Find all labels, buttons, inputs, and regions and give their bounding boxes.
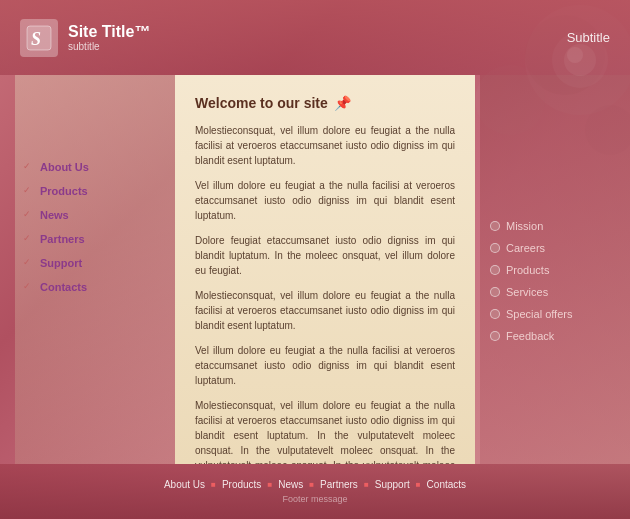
nav-list: About UsProductsNewsPartnersSupportConta…	[15, 75, 175, 299]
site-title: Site Title™	[68, 23, 150, 41]
sidebar-label-4: Special offers	[506, 308, 572, 320]
nav-link-products[interactable]: Products	[40, 185, 88, 197]
left-nav: About UsProductsNewsPartnersSupportConta…	[15, 75, 175, 464]
sidebar-bullet-4	[490, 309, 500, 319]
nav-item-partners[interactable]: Partners	[15, 227, 175, 251]
sidebar-item-5[interactable]: Feedback	[480, 325, 630, 347]
nav-link-support[interactable]: Support	[40, 257, 82, 269]
content-paragraph-0: Molestieconsquat, vel illum dolore eu fe…	[195, 123, 455, 168]
header: S Site Title™ subtitle Subtitle	[0, 0, 630, 75]
pin-icon: 📌	[334, 95, 351, 111]
sidebar-label-3: Services	[506, 286, 548, 298]
nav-link-partners[interactable]: Partners	[40, 233, 85, 245]
nav-item-about-us[interactable]: About Us	[15, 155, 175, 179]
footer-sep-1: ■	[211, 480, 216, 489]
sidebar-item-1[interactable]: Careers	[480, 237, 630, 259]
content-paragraph-2: Dolore feugiat etaccumsanet iusto odio d…	[195, 233, 455, 278]
footer-link-0[interactable]: About Us	[164, 479, 205, 490]
content-title-text: Welcome to our site	[195, 95, 328, 111]
sidebar-label-5: Feedback	[506, 330, 554, 342]
footer-link-3[interactable]: Partners	[320, 479, 358, 490]
footer-message: Footer message	[282, 494, 347, 504]
sidebar-label-0: Mission	[506, 220, 543, 232]
site-title-block: Site Title™ subtitle	[68, 23, 150, 52]
logo-icon: S	[20, 19, 58, 57]
content-paragraph-5: Molestieconsquat, vel illum dolore eu fe…	[195, 398, 455, 464]
footer-sep-2: ■	[267, 480, 272, 489]
sidebar-bullet-2	[490, 265, 500, 275]
sidebar-bullet-0	[490, 221, 500, 231]
logo-area: S Site Title™ subtitle	[20, 19, 150, 57]
footer-link-1[interactable]: Products	[222, 479, 261, 490]
footer-sep-3: ■	[309, 480, 314, 489]
sidebar-item-2[interactable]: Products	[480, 259, 630, 281]
nav-link-contacts[interactable]: Contacts	[40, 281, 87, 293]
svg-text:S: S	[31, 29, 41, 49]
sidebar-menu: MissionCareersProductsServicesSpecial of…	[480, 215, 630, 347]
nav-item-support[interactable]: Support	[15, 251, 175, 275]
nav-item-contacts[interactable]: Contacts	[15, 275, 175, 299]
sidebar-bullet-3	[490, 287, 500, 297]
nav-item-news[interactable]: News	[15, 203, 175, 227]
footer: About Us■Products■News■Partners■Support■…	[0, 464, 630, 519]
nav-link-about-us[interactable]: About Us	[40, 161, 89, 173]
sidebar-bullet-5	[490, 331, 500, 341]
nav-item-products[interactable]: Products	[15, 179, 175, 203]
site-subtitle: subtitle	[68, 41, 150, 52]
footer-links: About Us■Products■News■Partners■Support■…	[164, 479, 466, 490]
nav-link-news[interactable]: News	[40, 209, 69, 221]
header-subtitle-right: Subtitle	[567, 30, 610, 45]
footer-link-5[interactable]: Contacts	[427, 479, 466, 490]
sidebar-bullet-1	[490, 243, 500, 253]
footer-link-4[interactable]: Support	[375, 479, 410, 490]
sidebar-label-1: Careers	[506, 242, 545, 254]
footer-sep-5: ■	[416, 480, 421, 489]
content-title: Welcome to our site 📌	[195, 95, 455, 111]
footer-sep-4: ■	[364, 480, 369, 489]
sidebar-item-3[interactable]: Services	[480, 281, 630, 303]
sidebar-item-0[interactable]: Mission	[480, 215, 630, 237]
sidebar-label-2: Products	[506, 264, 549, 276]
content-paragraph-1: Vel illum dolore eu feugiat a the nulla …	[195, 178, 455, 223]
right-sidebar: MissionCareersProductsServicesSpecial of…	[480, 75, 630, 464]
main-content: Welcome to our site 📌 Molestieconsquat, …	[175, 75, 475, 464]
footer-link-2[interactable]: News	[278, 479, 303, 490]
content-paragraph-3: Molestieconsquat, vel illum dolore eu fe…	[195, 288, 455, 333]
content-paragraph-4: Vel illum dolore eu feugiat a the nulla …	[195, 343, 455, 388]
content-body: Molestieconsquat, vel illum dolore eu fe…	[195, 123, 455, 464]
sidebar-item-4[interactable]: Special offers	[480, 303, 630, 325]
